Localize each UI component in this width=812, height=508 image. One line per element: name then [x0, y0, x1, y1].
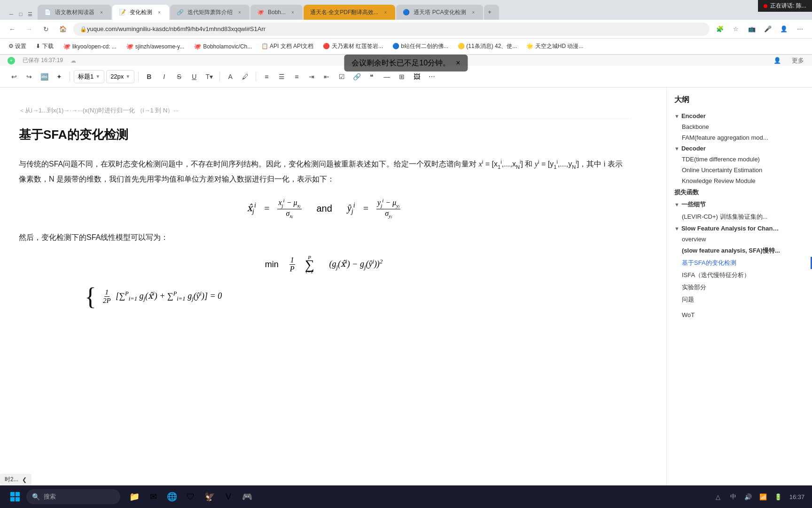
tray-expand[interactable]: △ — [712, 491, 724, 502]
redo-btn[interactable]: ↪ — [23, 69, 36, 84]
highlight-btn[interactable]: 🖊 — [239, 69, 252, 84]
user-icon[interactable]: 👤 — [777, 23, 790, 36]
outline-levir[interactable]: (LEVIR-CD+) 训练集验证集的... — [667, 211, 812, 223]
outline-decoder[interactable]: ▼ Decoder — [667, 143, 812, 154]
taskbar-app-v[interactable]: V — [220, 488, 237, 505]
more-options[interactable]: 更多 — [791, 54, 804, 67]
bookmark-tianna[interactable]: 🔴 天乃素材 红莲签岩... — [319, 41, 387, 52]
outline-fam[interactable]: FAM(feature aggregation mod... — [667, 132, 812, 143]
filter-btn[interactable]: 🔤 — [38, 69, 51, 84]
extensions-icon[interactable]: 🧩 — [713, 23, 726, 36]
outline-sfa[interactable]: ▼ Slow Feature Analysis for Change De... — [667, 223, 812, 234]
outline-sfa-cd[interactable]: 基于SFA的变化检测 — [667, 257, 812, 269]
notification-close[interactable]: × — [456, 59, 460, 67]
more-icon[interactable]: ⋯ — [793, 23, 806, 36]
underline-btn[interactable]: U — [187, 69, 201, 84]
tab-1-close[interactable]: × — [98, 9, 105, 16]
floating-panel[interactable]: 时2... ❮ — [0, 474, 31, 485]
taskbar-app-files[interactable]: 📁 — [126, 488, 143, 505]
tab-4-close[interactable]: × — [289, 9, 296, 16]
outline-krm[interactable]: Knowledge Review Module — [667, 175, 812, 186]
outline-overview[interactable]: overview — [667, 234, 812, 245]
screenshare-icon[interactable]: 📺 — [745, 23, 758, 36]
tray-volume[interactable]: 🔊 — [742, 491, 754, 502]
tray-battery[interactable]: 🔋 — [773, 491, 784, 502]
outline-title: 大纲 — [667, 95, 812, 111]
menu-btn[interactable]: ☰ — [26, 10, 34, 18]
bookmark-tiankong[interactable]: 🌟 天空之城HD 动漫... — [523, 41, 587, 52]
bullet-list-btn[interactable]: ☰ — [275, 69, 288, 84]
home-btn[interactable]: 🏠 — [56, 23, 70, 36]
bookmark-bobh[interactable]: 🐙 Bobholamovic/Ch... — [190, 41, 256, 51]
numbered-list-btn[interactable]: ≡ — [290, 69, 303, 84]
new-content-btn[interactable]: + — [8, 57, 15, 64]
forward-btn[interactable]: → — [23, 23, 36, 36]
mic-icon[interactable]: 🎤 — [761, 23, 774, 36]
taskbar-app-mail[interactable]: ✉ — [145, 488, 162, 505]
fontsize-select[interactable]: 22px ▼ — [106, 70, 134, 83]
sfa-cd-label: 基于SFA的变化检测 — [682, 259, 736, 267]
bookmark-likyoo[interactable]: 🐙 likyoo/open-cd: ... — [59, 41, 120, 51]
outline-oue[interactable]: Online Uncertainty Estimation — [667, 165, 812, 175]
bold-btn[interactable]: B — [142, 69, 156, 84]
minimize-btn[interactable]: ─ — [8, 10, 15, 18]
taskbar-app-eagle[interactable]: 🦅 — [201, 488, 218, 505]
taskbar-app-shield[interactable]: 🛡 — [182, 488, 199, 505]
bookmark-bilibili[interactable]: 🔵 b站任何二创的佛... — [389, 41, 452, 52]
italic-btn[interactable]: I — [157, 69, 171, 84]
undo-btn[interactable]: ↩ — [8, 69, 21, 84]
taskbar-app-game[interactable]: 🎮 — [239, 488, 256, 505]
indent-btn[interactable]: ⇥ — [305, 69, 318, 84]
strikethrough-btn[interactable]: S — [172, 69, 186, 84]
outline-exp[interactable]: 实验部分 — [667, 281, 812, 294]
tab-2-close[interactable]: × — [156, 9, 163, 16]
outline-sfa-detail[interactable]: (slow feature analysis, SFA)慢特... — [667, 245, 812, 257]
outdent-btn[interactable]: ⇤ — [320, 69, 333, 84]
bookmark-sjinzh[interactable]: 🐙 sjinzh/awesome-y... — [122, 41, 188, 51]
tab-3-label: 迭代矩阵萧阵介绍 — [187, 8, 233, 16]
tab-1[interactable]: 📄 语文教材阅读器 × — [38, 5, 111, 20]
outline-questions[interactable]: 问题 — [667, 294, 812, 306]
profile-icon[interactable]: 👤 — [771, 54, 784, 67]
bookmark-api[interactable]: 📋 API 文档 API文档 — [258, 41, 317, 52]
tab-1-favicon: 📄 — [44, 9, 51, 16]
tab-5-close[interactable]: × — [382, 9, 389, 16]
start-button[interactable] — [6, 487, 24, 506]
taskbar-app-browser-edge[interactable]: 🌐 — [164, 488, 180, 505]
new-tab-btn[interactable]: + — [484, 5, 499, 20]
tray-ime[interactable]: 中 — [727, 491, 739, 502]
align-btn[interactable]: ≡ — [260, 69, 273, 84]
bookmark-download[interactable]: ⬇ 下载 — [32, 41, 57, 52]
back-btn[interactable]: ← — [6, 23, 19, 36]
tab-5[interactable]: 通天名·全文PDF翻译高效... × — [304, 5, 395, 20]
fontsize-arrow: ▼ — [125, 74, 130, 79]
bookmark-csdn[interactable]: 🟡 (11条消息) 42、使... — [454, 41, 521, 52]
outline-loss[interactable]: 损失函数 — [667, 186, 812, 198]
outline-tde[interactable]: TDE(time difference module) — [667, 154, 812, 165]
tab-6[interactable]: 🔵 通天塔 PCA变化检测 × — [396, 5, 483, 20]
tab-3[interactable]: 🔗 迭代矩阵萧阵介绍 × — [170, 5, 250, 20]
tray-network[interactable]: 📶 — [757, 491, 769, 502]
taskbar-search[interactable]: 🔍 搜索 — [26, 489, 120, 504]
font-color-btn[interactable]: A — [224, 69, 237, 84]
heading-select[interactable]: 标题1 ▼ — [74, 70, 104, 83]
favorites-icon[interactable]: ☆ — [729, 23, 742, 36]
tab-3-close[interactable]: × — [236, 9, 243, 16]
refresh-btn[interactable]: ↻ — [39, 23, 53, 36]
outline-wot[interactable]: WoT — [667, 310, 812, 320]
tab-4-favicon: 🐙 — [257, 9, 264, 16]
url-bar[interactable]: 🔒 yuque.com/wumingniliu-kasdc/nb6mf9/hb4… — [73, 23, 710, 36]
outline-backbone[interactable]: Backbone — [667, 121, 812, 132]
outline-isfa[interactable]: ISFA（迭代慢特征分析） — [667, 269, 812, 281]
oue-label: Online Uncertainty Estimation — [682, 167, 762, 174]
bookmark-settings[interactable]: ⚙ 设置 — [5, 41, 30, 52]
outline-details[interactable]: ▼ 一些细节 — [667, 198, 812, 211]
maximize-btn[interactable]: □ — [17, 10, 24, 18]
outline-encoder[interactable]: ▼ Encoder — [667, 111, 812, 121]
subscript-btn[interactable]: T▾ — [203, 69, 216, 84]
magic-btn[interactable]: ✦ — [53, 69, 66, 84]
tab-2[interactable]: 📝 变化检测 × — [112, 5, 169, 20]
loss-label: 损失函数 — [674, 188, 699, 197]
tab-6-close[interactable]: × — [470, 9, 476, 16]
tab-4[interactable]: 🐙 Bobh... × — [250, 5, 303, 20]
